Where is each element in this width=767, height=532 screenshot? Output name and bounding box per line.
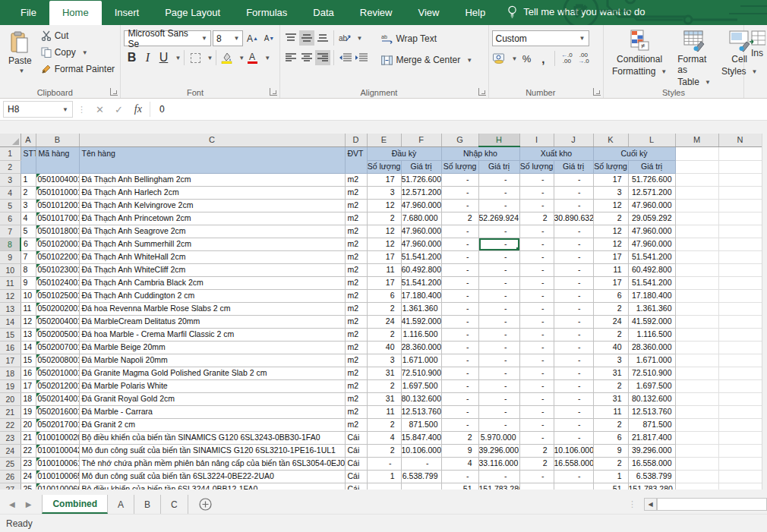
cell-B6[interactable]: 0501017001 bbox=[36, 212, 79, 225]
cell-L21[interactable]: 12.513.760 bbox=[628, 405, 675, 418]
cell-L11[interactable]: 51.541.200 bbox=[628, 276, 675, 289]
cell-A5[interactable]: 3 bbox=[21, 199, 36, 212]
cell-C21[interactable]: Đá Marble - Carrara bbox=[79, 405, 345, 418]
empty-cell[interactable] bbox=[675, 444, 718, 457]
cell-A24[interactable]: 22 bbox=[21, 444, 36, 457]
row-header-5[interactable]: 5 bbox=[0, 199, 21, 212]
cell-B15[interactable]: 0502005001 bbox=[36, 328, 79, 341]
cell-A26[interactable]: 24 bbox=[21, 470, 36, 483]
cell-C18[interactable]: Đá Granite Magma Gold Polished Granite S… bbox=[79, 367, 345, 379]
percent-style-button[interactable]: % bbox=[519, 51, 534, 66]
empty-cell[interactable] bbox=[718, 379, 762, 392]
cell-I23[interactable]: - bbox=[519, 431, 554, 444]
cell-A4[interactable]: 2 bbox=[21, 186, 36, 199]
cell-B23[interactable]: 0100100020 bbox=[36, 431, 79, 444]
cell-H16[interactable]: - bbox=[478, 341, 519, 354]
cell-C19[interactable]: Đá Marble Polaris White bbox=[79, 379, 345, 392]
cell-A12[interactable]: 10 bbox=[21, 289, 36, 302]
cell-C4[interactable]: Đá Thạch Anh Harlech 2cm bbox=[79, 186, 345, 199]
cell-L8[interactable]: 47.960.000 bbox=[628, 238, 675, 250]
cell-D17[interactable]: m2 bbox=[345, 354, 367, 367]
cell-F10[interactable]: 60.492.800 bbox=[401, 263, 441, 276]
cell-L9[interactable]: 51.541.200 bbox=[628, 250, 675, 263]
cell-D3[interactable]: m2 bbox=[345, 173, 367, 186]
row-header-9[interactable]: 9 bbox=[0, 250, 21, 263]
row-header-19[interactable]: 19 bbox=[0, 379, 21, 392]
cell-H19[interactable]: - bbox=[478, 379, 519, 392]
tab-bar-grip[interactable]: ⋮ bbox=[620, 499, 644, 509]
cell-H6[interactable]: 52.269.924 bbox=[478, 212, 519, 225]
cell-J19[interactable]: - bbox=[554, 379, 593, 392]
align-right-button[interactable] bbox=[315, 50, 330, 65]
sheet-tab-b[interactable]: B bbox=[134, 495, 161, 514]
cell-F18[interactable]: 72.510.900 bbox=[401, 367, 441, 379]
cell-C7[interactable]: Đá Thạch Anh Seagrove 2cm bbox=[79, 225, 345, 238]
cell-E26[interactable]: 1 bbox=[367, 470, 401, 483]
cell-I26[interactable]: - bbox=[519, 470, 554, 483]
cut-button[interactable]: Cut bbox=[39, 27, 117, 44]
decrease-decimal-button[interactable]: .00→.0 bbox=[576, 51, 591, 66]
cell-H21[interactable]: - bbox=[478, 405, 519, 418]
empty-cell[interactable] bbox=[675, 379, 718, 392]
cell-L24[interactable]: 39.296.000 bbox=[628, 444, 675, 457]
empty-cell[interactable] bbox=[675, 367, 718, 379]
row-header-12[interactable]: 12 bbox=[0, 289, 21, 302]
menu-tab-data[interactable]: Data bbox=[300, 1, 346, 25]
underline-button[interactable]: U bbox=[156, 50, 171, 65]
cell-B17[interactable]: 0502008001 bbox=[36, 354, 79, 367]
cell-E14[interactable]: 24 bbox=[367, 315, 401, 328]
cell-F7[interactable]: 47.960.000 bbox=[401, 225, 441, 238]
cell-I22[interactable]: - bbox=[519, 418, 554, 431]
cell-J5[interactable]: - bbox=[554, 199, 593, 212]
cell-J6[interactable]: 30.890.632 bbox=[554, 212, 593, 225]
insert-function-button[interactable]: fx bbox=[128, 103, 148, 115]
empty-cell[interactable] bbox=[718, 212, 762, 225]
cell-G14[interactable]: - bbox=[441, 315, 478, 328]
cell-B8[interactable]: 0501020001 bbox=[36, 238, 79, 250]
cell-L5[interactable]: 47.960.000 bbox=[628, 199, 675, 212]
sheet-tab-c[interactable]: C bbox=[161, 495, 188, 514]
cell-E3[interactable]: 17 bbox=[367, 173, 401, 186]
empty-cell[interactable] bbox=[718, 263, 762, 276]
cell-A20[interactable]: 18 bbox=[21, 392, 36, 405]
increase-indent-button[interactable] bbox=[353, 50, 368, 65]
cell-L7[interactable]: 47.960.000 bbox=[628, 225, 675, 238]
cell-L13[interactable]: 1.361.360 bbox=[628, 302, 675, 315]
cell-I24[interactable]: 2 bbox=[519, 444, 554, 457]
cell-H20[interactable]: - bbox=[478, 392, 519, 405]
empty-cell[interactable] bbox=[675, 405, 718, 418]
row-header-11[interactable]: 11 bbox=[0, 276, 21, 289]
empty-cell[interactable] bbox=[675, 289, 718, 302]
hscroll-left-arrow[interactable]: ◀ bbox=[644, 498, 657, 511]
cell-L6[interactable]: 29.059.292 bbox=[628, 212, 675, 225]
sheet-tab-a[interactable]: A bbox=[108, 495, 134, 514]
cell-J21[interactable]: - bbox=[554, 405, 593, 418]
cell-E23[interactable]: 4 bbox=[367, 431, 401, 444]
cell-C24[interactable]: Mô đun công suất của biến tần SINAMICS G… bbox=[79, 444, 345, 457]
number-format-combo[interactable]: Custom▼ bbox=[492, 30, 589, 46]
cell-G26[interactable]: - bbox=[441, 470, 478, 483]
cell-F23[interactable]: 15.847.400 bbox=[401, 431, 441, 444]
align-center-button[interactable] bbox=[299, 50, 314, 65]
cell-K20[interactable]: 31 bbox=[593, 392, 628, 405]
empty-cell[interactable] bbox=[675, 457, 718, 470]
font-size-combo[interactable]: 8▼ bbox=[213, 30, 243, 46]
cell-J10[interactable]: - bbox=[554, 263, 593, 276]
cell-E16[interactable]: 40 bbox=[367, 341, 401, 354]
cell-I5[interactable]: - bbox=[519, 199, 554, 212]
cell-A10[interactable]: 8 bbox=[21, 263, 36, 276]
row-header-23[interactable]: 23 bbox=[0, 431, 21, 444]
cell-C13[interactable]: Đá hoa Revenna Marble Rose Slabs 2 cm bbox=[79, 302, 345, 315]
cell-A23[interactable]: 21 bbox=[21, 431, 36, 444]
cell-J15[interactable]: - bbox=[554, 328, 593, 341]
cell-I25[interactable]: 2 bbox=[519, 457, 554, 470]
cell-F14[interactable]: 41.592.000 bbox=[401, 315, 441, 328]
cell-K4[interactable]: 3 bbox=[593, 186, 628, 199]
cell-J17[interactable]: - bbox=[554, 354, 593, 367]
merge-center-button[interactable]: Merge & Center ▼ bbox=[379, 52, 475, 68]
cell-L20[interactable]: 80.132.600 bbox=[628, 392, 675, 405]
empty-cell[interactable] bbox=[718, 186, 762, 199]
cell-C8[interactable]: Đá Thạch Anh Summerhill 2cm bbox=[79, 238, 345, 250]
cell-G24[interactable]: 9 bbox=[441, 444, 478, 457]
horizontal-scrollbar-thumb[interactable] bbox=[657, 498, 767, 511]
